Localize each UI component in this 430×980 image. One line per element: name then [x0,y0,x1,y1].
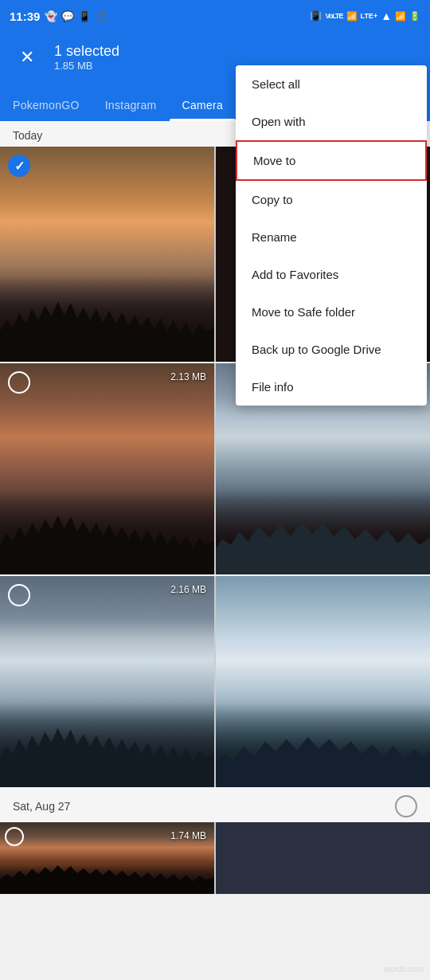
menu-item-rename[interactable]: Rename [236,218,427,256]
menu-item-move-to[interactable]: Move to [236,140,427,181]
dropdown-menu: Select all Open with Move to Copy to Ren… [236,65,427,406]
menu-item-copy-to[interactable]: Copy to [236,181,427,218]
menu-item-file-info[interactable]: File info [236,368,427,406]
menu-item-select-all[interactable]: Select all [236,65,427,103]
menu-item-move-safe[interactable]: Move to Safe folder [236,293,427,331]
menu-item-backup-drive[interactable]: Back up to Google Drive [236,331,427,368]
watermark: wsxdn.com [384,965,424,974]
dropdown-overlay[interactable]: Select all Open with Move to Copy to Ren… [0,0,430,980]
menu-item-add-favorites[interactable]: Add to Favorites [236,256,427,293]
menu-item-open-with[interactable]: Open with [236,103,427,140]
